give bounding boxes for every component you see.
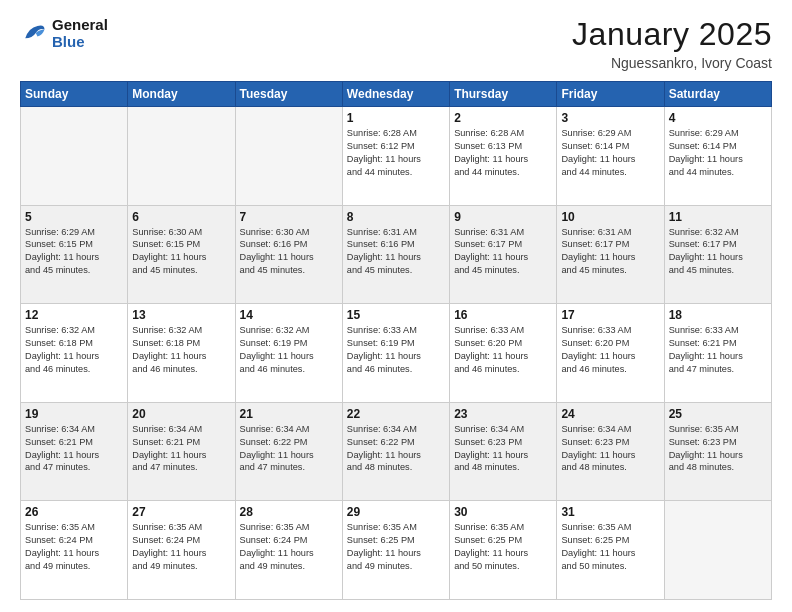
day-number: 24: [561, 407, 659, 421]
day-info: Sunrise: 6:33 AM Sunset: 6:20 PM Dayligh…: [561, 324, 659, 376]
day-info: Sunrise: 6:35 AM Sunset: 6:24 PM Dayligh…: [25, 521, 123, 573]
calendar-cell: 6Sunrise: 6:30 AM Sunset: 6:15 PM Daylig…: [128, 205, 235, 304]
calendar-cell: 11Sunrise: 6:32 AM Sunset: 6:17 PM Dayli…: [664, 205, 771, 304]
day-info: Sunrise: 6:32 AM Sunset: 6:17 PM Dayligh…: [669, 226, 767, 278]
day-number: 10: [561, 210, 659, 224]
day-number: 29: [347, 505, 445, 519]
calendar-cell: 23Sunrise: 6:34 AM Sunset: 6:23 PM Dayli…: [450, 402, 557, 501]
day-number: 9: [454, 210, 552, 224]
calendar-cell: 17Sunrise: 6:33 AM Sunset: 6:20 PM Dayli…: [557, 304, 664, 403]
calendar-cell: 2Sunrise: 6:28 AM Sunset: 6:13 PM Daylig…: [450, 107, 557, 206]
page: General Blue January 2025 Nguessankro, I…: [0, 0, 792, 612]
day-number: 23: [454, 407, 552, 421]
day-info: Sunrise: 6:35 AM Sunset: 6:23 PM Dayligh…: [669, 423, 767, 475]
col-saturday: Saturday: [664, 82, 771, 107]
day-number: 2: [454, 111, 552, 125]
col-thursday: Thursday: [450, 82, 557, 107]
calendar-cell: 19Sunrise: 6:34 AM Sunset: 6:21 PM Dayli…: [21, 402, 128, 501]
day-info: Sunrise: 6:33 AM Sunset: 6:21 PM Dayligh…: [669, 324, 767, 376]
day-number: 26: [25, 505, 123, 519]
calendar-cell: 8Sunrise: 6:31 AM Sunset: 6:16 PM Daylig…: [342, 205, 449, 304]
day-info: Sunrise: 6:29 AM Sunset: 6:14 PM Dayligh…: [561, 127, 659, 179]
day-info: Sunrise: 6:35 AM Sunset: 6:25 PM Dayligh…: [454, 521, 552, 573]
day-number: 18: [669, 308, 767, 322]
day-number: 8: [347, 210, 445, 224]
day-number: 31: [561, 505, 659, 519]
calendar-week-1: 1Sunrise: 6:28 AM Sunset: 6:12 PM Daylig…: [21, 107, 772, 206]
day-number: 16: [454, 308, 552, 322]
calendar-week-4: 19Sunrise: 6:34 AM Sunset: 6:21 PM Dayli…: [21, 402, 772, 501]
col-tuesday: Tuesday: [235, 82, 342, 107]
day-info: Sunrise: 6:34 AM Sunset: 6:21 PM Dayligh…: [132, 423, 230, 475]
day-info: Sunrise: 6:31 AM Sunset: 6:17 PM Dayligh…: [561, 226, 659, 278]
day-info: Sunrise: 6:29 AM Sunset: 6:15 PM Dayligh…: [25, 226, 123, 278]
calendar-cell: [128, 107, 235, 206]
day-number: 30: [454, 505, 552, 519]
calendar-cell: 24Sunrise: 6:34 AM Sunset: 6:23 PM Dayli…: [557, 402, 664, 501]
day-number: 12: [25, 308, 123, 322]
calendar-cell: 15Sunrise: 6:33 AM Sunset: 6:19 PM Dayli…: [342, 304, 449, 403]
day-number: 28: [240, 505, 338, 519]
calendar-cell: 16Sunrise: 6:33 AM Sunset: 6:20 PM Dayli…: [450, 304, 557, 403]
day-number: 21: [240, 407, 338, 421]
calendar-cell: 5Sunrise: 6:29 AM Sunset: 6:15 PM Daylig…: [21, 205, 128, 304]
day-number: 27: [132, 505, 230, 519]
logo-text: General Blue: [52, 16, 108, 51]
header: General Blue January 2025 Nguessankro, I…: [20, 16, 772, 71]
day-number: 3: [561, 111, 659, 125]
calendar-cell: 10Sunrise: 6:31 AM Sunset: 6:17 PM Dayli…: [557, 205, 664, 304]
calendar-cell: 28Sunrise: 6:35 AM Sunset: 6:24 PM Dayli…: [235, 501, 342, 600]
day-number: 13: [132, 308, 230, 322]
day-info: Sunrise: 6:34 AM Sunset: 6:23 PM Dayligh…: [454, 423, 552, 475]
day-number: 11: [669, 210, 767, 224]
calendar-cell: 14Sunrise: 6:32 AM Sunset: 6:19 PM Dayli…: [235, 304, 342, 403]
day-number: 15: [347, 308, 445, 322]
location: Nguessankro, Ivory Coast: [572, 55, 772, 71]
day-info: Sunrise: 6:35 AM Sunset: 6:25 PM Dayligh…: [561, 521, 659, 573]
calendar-cell: [664, 501, 771, 600]
calendar-cell: 18Sunrise: 6:33 AM Sunset: 6:21 PM Dayli…: [664, 304, 771, 403]
calendar-cell: 3Sunrise: 6:29 AM Sunset: 6:14 PM Daylig…: [557, 107, 664, 206]
day-number: 14: [240, 308, 338, 322]
calendar-cell: 29Sunrise: 6:35 AM Sunset: 6:25 PM Dayli…: [342, 501, 449, 600]
day-number: 19: [25, 407, 123, 421]
calendar-cell: 21Sunrise: 6:34 AM Sunset: 6:22 PM Dayli…: [235, 402, 342, 501]
calendar-cell: 25Sunrise: 6:35 AM Sunset: 6:23 PM Dayli…: [664, 402, 771, 501]
calendar-cell: 7Sunrise: 6:30 AM Sunset: 6:16 PM Daylig…: [235, 205, 342, 304]
calendar-cell: 27Sunrise: 6:35 AM Sunset: 6:24 PM Dayli…: [128, 501, 235, 600]
calendar-header-row: Sunday Monday Tuesday Wednesday Thursday…: [21, 82, 772, 107]
day-info: Sunrise: 6:34 AM Sunset: 6:22 PM Dayligh…: [240, 423, 338, 475]
calendar-cell: 12Sunrise: 6:32 AM Sunset: 6:18 PM Dayli…: [21, 304, 128, 403]
month-title: January 2025: [572, 16, 772, 53]
day-info: Sunrise: 6:31 AM Sunset: 6:17 PM Dayligh…: [454, 226, 552, 278]
day-number: 4: [669, 111, 767, 125]
day-info: Sunrise: 6:33 AM Sunset: 6:19 PM Dayligh…: [347, 324, 445, 376]
calendar-cell: 30Sunrise: 6:35 AM Sunset: 6:25 PM Dayli…: [450, 501, 557, 600]
calendar-cell: 31Sunrise: 6:35 AM Sunset: 6:25 PM Dayli…: [557, 501, 664, 600]
day-info: Sunrise: 6:28 AM Sunset: 6:12 PM Dayligh…: [347, 127, 445, 179]
day-info: Sunrise: 6:30 AM Sunset: 6:15 PM Dayligh…: [132, 226, 230, 278]
calendar-cell: 13Sunrise: 6:32 AM Sunset: 6:18 PM Dayli…: [128, 304, 235, 403]
title-block: January 2025 Nguessankro, Ivory Coast: [572, 16, 772, 71]
day-number: 1: [347, 111, 445, 125]
day-info: Sunrise: 6:34 AM Sunset: 6:23 PM Dayligh…: [561, 423, 659, 475]
day-number: 7: [240, 210, 338, 224]
day-info: Sunrise: 6:34 AM Sunset: 6:22 PM Dayligh…: [347, 423, 445, 475]
day-number: 17: [561, 308, 659, 322]
day-info: Sunrise: 6:35 AM Sunset: 6:24 PM Dayligh…: [240, 521, 338, 573]
day-number: 20: [132, 407, 230, 421]
calendar-cell: 4Sunrise: 6:29 AM Sunset: 6:14 PM Daylig…: [664, 107, 771, 206]
day-info: Sunrise: 6:28 AM Sunset: 6:13 PM Dayligh…: [454, 127, 552, 179]
calendar-cell: 20Sunrise: 6:34 AM Sunset: 6:21 PM Dayli…: [128, 402, 235, 501]
day-info: Sunrise: 6:31 AM Sunset: 6:16 PM Dayligh…: [347, 226, 445, 278]
day-number: 6: [132, 210, 230, 224]
day-info: Sunrise: 6:32 AM Sunset: 6:19 PM Dayligh…: [240, 324, 338, 376]
logo: General Blue: [20, 16, 108, 51]
day-info: Sunrise: 6:29 AM Sunset: 6:14 PM Dayligh…: [669, 127, 767, 179]
day-info: Sunrise: 6:35 AM Sunset: 6:25 PM Dayligh…: [347, 521, 445, 573]
day-info: Sunrise: 6:33 AM Sunset: 6:20 PM Dayligh…: [454, 324, 552, 376]
day-number: 5: [25, 210, 123, 224]
col-sunday: Sunday: [21, 82, 128, 107]
calendar-week-2: 5Sunrise: 6:29 AM Sunset: 6:15 PM Daylig…: [21, 205, 772, 304]
logo-icon: [20, 19, 48, 47]
